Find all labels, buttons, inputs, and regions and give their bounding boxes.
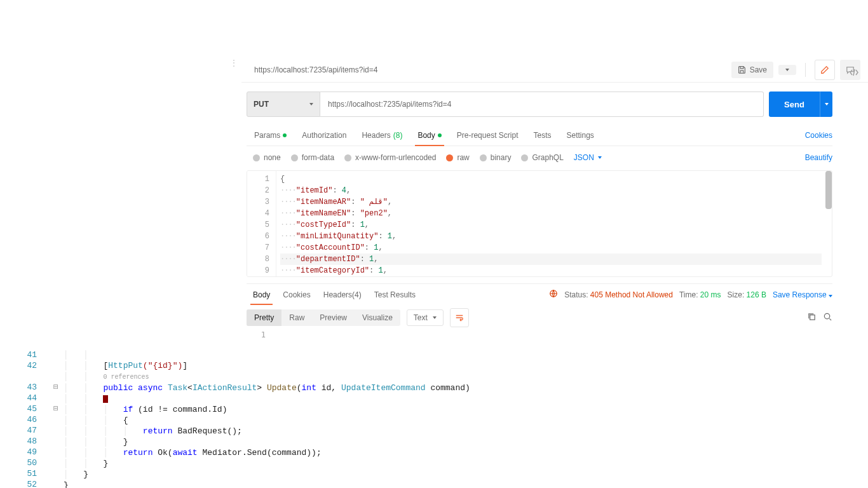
beautify-link[interactable]: Beautify: [805, 153, 832, 162]
code-text: }: [64, 480, 69, 488]
json-value: 1: [360, 220, 365, 229]
json-value: " قلم": [360, 198, 388, 207]
body-type-graphql[interactable]: GraphQL: [521, 153, 563, 162]
fold-gutter[interactable]: ⊟ ⊟: [51, 349, 61, 488]
send-options-button[interactable]: [820, 92, 832, 117]
size-value: 126 B: [747, 290, 766, 299]
tab-params[interactable]: Params: [247, 125, 294, 146]
tab-label: Params: [254, 131, 280, 140]
line-number: 52: [0, 479, 37, 488]
tab-label: Body: [417, 131, 435, 140]
line-number: 1: [247, 330, 272, 339]
ide-code[interactable]: │ │ │ │ [HttpPut("{id}")] │ │ 0 referenc…: [64, 349, 868, 488]
edit-button[interactable]: [815, 60, 835, 80]
body-type-row: none form-data x-www-form-urlencoded raw…: [247, 147, 832, 168]
copy-icon: [807, 312, 817, 322]
json-key: "departmentID": [296, 255, 360, 264]
tab-label: Headers: [362, 131, 390, 140]
fold-minus-icon[interactable]: ⊟: [51, 382, 61, 393]
tab-settings[interactable]: Settings: [559, 125, 602, 146]
code-text: >: [257, 383, 267, 393]
tab-headers[interactable]: Headers (8): [354, 125, 410, 146]
line-number: 8: [247, 254, 269, 265]
code-text: }: [123, 437, 128, 447]
tab-label: Test Results: [374, 290, 416, 299]
response-tab-body[interactable]: Body: [247, 284, 276, 305]
view-preview[interactable]: Preview: [312, 309, 355, 326]
body-format-select[interactable]: JSON: [574, 153, 602, 162]
response-tab-headers[interactable]: Headers (4): [317, 284, 368, 305]
code-text: Update: [267, 383, 297, 393]
cookies-link[interactable]: Cookies: [805, 131, 832, 140]
view-raw[interactable]: Raw: [281, 309, 312, 326]
scrollbar[interactable]: [825, 171, 832, 209]
chevron-down-icon: [825, 103, 829, 105]
wrap-lines-button[interactable]: [450, 308, 469, 327]
code-text: public: [103, 383, 133, 393]
chevron-down-icon: [785, 69, 789, 71]
body-type-urlencoded[interactable]: x-www-form-urlencoded: [344, 153, 436, 162]
radio-label: none: [264, 153, 281, 162]
codelens-references[interactable]: 0 references: [103, 374, 149, 381]
svg-rect-1: [810, 315, 815, 320]
time-label: Time:: [679, 290, 698, 299]
code-text: IActionResult: [193, 383, 257, 393]
tab-tests[interactable]: Tests: [526, 125, 559, 146]
url-input[interactable]: https://localhost:7235/api/items?id=4: [320, 92, 764, 117]
save-button[interactable]: Save: [731, 62, 773, 78]
tab-prerequest[interactable]: Pre-request Script: [449, 125, 526, 146]
response-header: Body Cookies Headers (4) Test Results St…: [247, 283, 832, 305]
size-label: Size:: [728, 290, 745, 299]
response-format-select[interactable]: Text: [407, 309, 444, 326]
chevron-down-icon: [598, 156, 602, 159]
code-panel-icon[interactable]: [849, 67, 859, 79]
status-label: Status:: [564, 290, 588, 299]
url-value: https://localhost:7235/api/items?id=4: [328, 100, 451, 109]
code-text: HttpPut: [108, 361, 143, 370]
tab-label: Tests: [533, 131, 551, 140]
body-type-none[interactable]: none: [253, 153, 281, 162]
save-response-label: Save Response: [773, 290, 827, 299]
response-view-controls: Pretty Raw Preview Visualize Text: [247, 306, 832, 329]
body-type-binary[interactable]: binary: [480, 153, 512, 162]
line-number: 2: [247, 185, 269, 196]
radio-icon: [291, 154, 298, 161]
sidebar-handle[interactable]: ⋮: [230, 58, 233, 62]
tab-authorization[interactable]: Authorization: [294, 125, 354, 146]
method-select[interactable]: PUT: [247, 92, 320, 117]
body-type-raw[interactable]: raw: [446, 153, 469, 162]
view-mode-group: Pretty Raw Preview Visualize: [247, 309, 400, 326]
line-number: 47: [0, 425, 37, 436]
line-number: 6: [247, 231, 269, 242]
code-text: }: [83, 470, 88, 479]
tab-body[interactable]: Body: [410, 125, 449, 146]
send-button[interactable]: Send: [769, 92, 820, 117]
editor-gutter: 1 2 3 4 5 6 7 8 9: [247, 171, 276, 276]
radio-label: binary: [491, 153, 512, 162]
request-body-editor[interactable]: 1 2 3 4 5 6 7 8 9 { ····"itemId": 4, ···…: [247, 170, 832, 277]
code-text: UpdateItemCommand: [341, 383, 426, 393]
save-response-button[interactable]: Save Response: [773, 290, 832, 299]
response-tab-tests[interactable]: Test Results: [368, 284, 422, 305]
search-button[interactable]: [823, 312, 832, 323]
svg-point-2: [824, 313, 829, 318]
editor-content[interactable]: { ····"itemId": 4, ····"itemNameAR": " ق…: [276, 171, 825, 276]
response-body[interactable]: 1: [247, 330, 832, 348]
error-marker-icon: [103, 395, 108, 403]
save-options-button[interactable]: [778, 65, 796, 75]
response-tab-cookies[interactable]: Cookies: [276, 284, 316, 305]
line-number: 49: [0, 447, 37, 458]
view-visualize[interactable]: Visualize: [355, 309, 400, 326]
radio-label: GraphQL: [532, 153, 563, 162]
request-tab-title: https://localhost:7235/api/items?id=4: [249, 65, 731, 74]
copy-button[interactable]: [807, 312, 817, 323]
ide-code-editor[interactable]: 41 42 43 44 45 46 47 48 49 50 51 52 ⊟ ⊟ …: [0, 349, 868, 488]
brace: {: [280, 175, 285, 184]
method-label: PUT: [254, 100, 269, 109]
view-pretty[interactable]: Pretty: [247, 309, 281, 326]
status-dot-icon: [283, 133, 287, 137]
fold-minus-icon[interactable]: ⊟: [51, 403, 61, 414]
body-type-form-data[interactable]: form-data: [291, 153, 334, 162]
search-icon: [823, 312, 832, 322]
line-number: 42: [0, 360, 37, 371]
